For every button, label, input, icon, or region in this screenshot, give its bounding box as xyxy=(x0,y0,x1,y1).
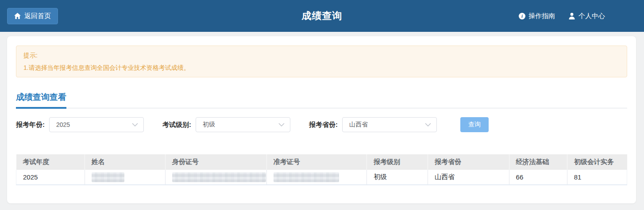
cell-province: 山西省 xyxy=(428,170,509,185)
table-row: 2025 初级 山西省 66 81 xyxy=(16,170,627,185)
notice-line: 1.请选择当年报考信息查询全国会计专业技术资格考试成绩。 xyxy=(23,61,620,74)
table-header-row: 考试年度 姓名 身份证号 准考证号 报考级别 报考省份 经济法基础 初级会计实务 xyxy=(16,154,627,170)
content-card: 提示: 1.请选择当年报考信息查询全国会计专业技术资格考试成绩。 成绩查询查看 … xyxy=(7,36,636,203)
back-home-label: 返回首页 xyxy=(24,12,51,20)
top-navbar: 返回首页 成绩查询 i 操作指南 个人中心 xyxy=(0,0,644,32)
chevron-down-icon xyxy=(132,123,138,126)
query-form: 报考年份: 2025 考试级别: 初级 xyxy=(16,117,627,132)
exam-year-value: 2025 xyxy=(56,121,70,128)
guide-link[interactable]: i 操作指南 xyxy=(519,12,555,20)
exam-level-value: 初级 xyxy=(203,121,215,129)
redacted-id-number xyxy=(172,172,266,182)
back-home-button[interactable]: 返回首页 xyxy=(7,8,58,24)
profile-link[interactable]: 个人中心 xyxy=(568,12,605,20)
navbar-right-links: i 操作指南 个人中心 xyxy=(519,12,605,20)
province-label: 报考省份: xyxy=(309,121,338,129)
cell-id-number xyxy=(165,170,266,185)
score-table: 考试年度 姓名 身份证号 准考证号 报考级别 报考省份 经济法基础 初级会计实务… xyxy=(16,154,627,185)
field-province: 报考省份: 山西省 xyxy=(309,117,437,132)
exam-year-select[interactable]: 2025 xyxy=(49,117,144,132)
exam-year-label: 报考年份: xyxy=(16,121,45,129)
exam-level-label: 考试级别: xyxy=(162,121,191,129)
cell-accounting-practice-score: 81 xyxy=(567,170,627,185)
field-exam-level: 考试级别: 初级 xyxy=(162,117,290,132)
cell-name xyxy=(85,170,165,185)
chevron-down-icon xyxy=(425,123,431,126)
tab-bar: 成绩查询查看 xyxy=(16,92,627,108)
field-exam-year: 报考年份: 2025 xyxy=(16,117,144,132)
province-value: 山西省 xyxy=(349,121,368,129)
chevron-down-icon xyxy=(278,123,285,126)
home-icon xyxy=(14,13,21,19)
cell-level: 初级 xyxy=(367,170,428,185)
col-admission-number: 准考证号 xyxy=(266,154,366,170)
notice-title: 提示: xyxy=(23,49,620,61)
cell-admission-number xyxy=(266,170,366,185)
col-accounting-practice: 初级会计实务 xyxy=(567,154,627,170)
cell-exam-year: 2025 xyxy=(16,170,85,185)
tab-score-query-view[interactable]: 成绩查询查看 xyxy=(16,92,66,109)
col-name: 姓名 xyxy=(85,154,165,170)
exam-level-select[interactable]: 初级 xyxy=(196,117,290,132)
col-economic-law: 经济法基础 xyxy=(509,154,567,170)
query-button[interactable]: 查询 xyxy=(460,117,489,132)
col-exam-year: 考试年度 xyxy=(16,154,85,170)
guide-label: 操作指南 xyxy=(528,12,555,20)
profile-label: 个人中心 xyxy=(578,12,605,20)
col-id-number: 身份证号 xyxy=(165,154,266,170)
col-level: 报考级别 xyxy=(367,154,428,170)
redacted-admission-number xyxy=(274,172,339,182)
cell-economic-law-score: 66 xyxy=(509,170,567,185)
redacted-name xyxy=(92,172,124,182)
col-province: 报考省份 xyxy=(428,154,509,170)
user-icon xyxy=(568,12,575,19)
province-select[interactable]: 山西省 xyxy=(342,117,437,132)
notice-box: 提示: 1.请选择当年报考信息查询全国会计专业技术资格考试成绩。 xyxy=(16,46,627,77)
info-icon: i xyxy=(519,13,525,19)
